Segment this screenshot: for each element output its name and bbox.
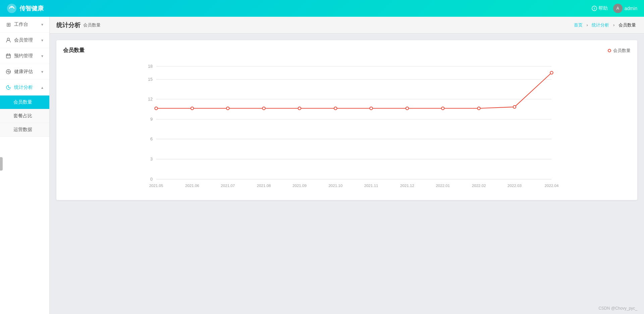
breadcrumb-section[interactable]: 统计分析 xyxy=(592,22,609,27)
svg-text:2022.01: 2022.01 xyxy=(436,184,450,188)
member-icon xyxy=(5,37,11,43)
svg-text:2022.03: 2022.03 xyxy=(507,184,522,188)
sidebar-item-health[interactable]: 健康评估 ▼ xyxy=(0,64,49,80)
chart-legend: 会员数量 xyxy=(608,48,631,54)
sidebar-item-label: 统计分析 xyxy=(14,84,33,90)
stats-icon xyxy=(5,84,11,90)
chart-card: 会员数量 会员数量 xyxy=(56,40,637,200)
svg-rect-5 xyxy=(6,54,10,58)
svg-text:2021.05: 2021.05 xyxy=(149,184,163,188)
data-point xyxy=(477,107,480,110)
chevron-down-icon: ▼ xyxy=(41,39,44,42)
svg-text:2021.07: 2021.07 xyxy=(221,184,235,188)
svg-text:2021.11: 2021.11 xyxy=(364,184,378,188)
legend-dot xyxy=(608,49,611,52)
data-point xyxy=(406,107,409,110)
svg-text:2021.12: 2021.12 xyxy=(400,184,414,188)
chevron-down-icon: ▼ xyxy=(41,23,44,26)
legend-label: 会员数量 xyxy=(613,48,631,54)
breadcrumb: 首页 › 统计分析 › 会员数量 xyxy=(573,22,637,28)
chart-svg-container: 0 3 6 9 12 15 18 2021.05 2021.06 2021.07… xyxy=(63,59,631,193)
data-point xyxy=(513,106,516,108)
data-point xyxy=(550,71,553,74)
logo-icon xyxy=(7,3,17,13)
chevron-down-icon: ▼ xyxy=(41,70,44,74)
data-point xyxy=(370,107,372,110)
main-content: 统计分析 会员数量 首页 › 统计分析 › 会员数量 会员数量 会员数量 xyxy=(50,17,644,314)
svg-text:18: 18 xyxy=(148,64,153,69)
sidebar-subitem-member-count[interactable]: 会员数量 xyxy=(0,96,49,109)
svg-text:9: 9 xyxy=(150,117,153,122)
data-point xyxy=(226,107,229,110)
sidebar-item-workbench[interactable]: ⊞ 工作台 ▼ xyxy=(0,17,49,33)
sidebar-subitem-package-ratio[interactable]: 套餐占比 xyxy=(0,109,49,123)
svg-text:15: 15 xyxy=(148,77,153,82)
data-point xyxy=(262,107,265,110)
sidebar-item-member-mgmt[interactable]: 会员管理 ▼ xyxy=(0,33,49,48)
svg-text:2021.09: 2021.09 xyxy=(292,184,307,188)
user-name: admin xyxy=(625,6,637,11)
svg-text:2021.08: 2021.08 xyxy=(257,184,271,188)
help-button[interactable]: ? 帮助 xyxy=(592,5,608,11)
avatar: A xyxy=(613,4,623,13)
workbench-icon: ⊞ xyxy=(5,21,11,27)
page-title: 统计分析 xyxy=(56,21,80,29)
header-right: ? 帮助 A admin xyxy=(592,4,637,13)
sidebar-item-reservation[interactable]: 预约管理 ▼ xyxy=(0,48,49,64)
line-chart: 0 3 6 9 12 15 18 2021.05 2021.06 2021.07… xyxy=(63,59,631,193)
svg-text:2022.04: 2022.04 xyxy=(545,184,559,188)
stats-submenu: 会员数量 套餐占比 运营数据 xyxy=(0,96,49,137)
footer-watermark: CSDN @Chovy_pyc_ xyxy=(598,306,637,311)
svg-point-1 xyxy=(11,6,13,8)
chart-header: 会员数量 会员数量 xyxy=(63,47,631,54)
svg-text:12: 12 xyxy=(148,97,153,102)
page-subtitle: 会员数量 xyxy=(83,22,101,28)
svg-text:?: ? xyxy=(593,7,595,10)
data-point xyxy=(441,107,444,110)
user-menu[interactable]: A admin xyxy=(613,4,637,13)
content-area: 会员数量 会员数量 xyxy=(50,34,644,314)
sidebar-item-label: 健康评估 xyxy=(14,69,33,75)
scroll-tab[interactable] xyxy=(0,157,3,171)
svg-text:0: 0 xyxy=(150,177,153,182)
reservation-icon xyxy=(5,53,11,59)
chart-line xyxy=(156,73,552,108)
data-point xyxy=(298,107,301,110)
data-point xyxy=(155,107,157,110)
svg-point-0 xyxy=(7,4,16,13)
sidebar-item-label: 预约管理 xyxy=(14,53,33,59)
chevron-up-icon: ▲ xyxy=(41,86,44,89)
data-point xyxy=(334,107,337,110)
data-point xyxy=(191,107,194,110)
help-label: 帮助 xyxy=(598,5,608,11)
svg-text:3: 3 xyxy=(150,157,153,162)
breadcrumb-current: 会员数量 xyxy=(619,22,636,27)
breadcrumb-separator2: › xyxy=(613,22,614,27)
help-icon: ? xyxy=(592,6,597,11)
svg-text:2022.02: 2022.02 xyxy=(472,184,486,188)
svg-text:2021.10: 2021.10 xyxy=(328,184,342,188)
sidebar: ⊞ 工作台 ▼ 会员管理 ▼ xyxy=(0,17,50,314)
breadcrumb-bar: 统计分析 会员数量 首页 › 统计分析 › 会员数量 xyxy=(50,17,644,34)
sidebar-item-stats[interactable]: 统计分析 ▲ xyxy=(0,80,49,96)
chevron-down-icon: ▼ xyxy=(41,54,44,58)
breadcrumb-separator: › xyxy=(586,22,588,27)
sidebar-subitem-ops-data[interactable]: 运营数据 xyxy=(0,123,49,137)
svg-text:6: 6 xyxy=(150,137,153,141)
chart-title: 会员数量 xyxy=(63,47,85,54)
app-header: 传智健康 ? 帮助 A admin xyxy=(0,0,644,17)
sidebar-item-label: 会员管理 xyxy=(14,37,33,43)
logo-text: 传智健康 xyxy=(19,4,44,12)
logo: 传智健康 xyxy=(7,3,44,13)
sidebar-item-label: 工作台 xyxy=(14,21,28,27)
breadcrumb-home[interactable]: 首页 xyxy=(574,22,583,27)
health-icon xyxy=(5,69,11,75)
svg-text:2021.06: 2021.06 xyxy=(185,184,199,188)
